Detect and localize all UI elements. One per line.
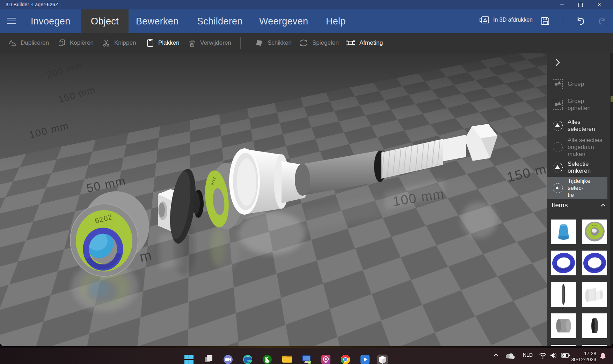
item-thumbnail-washer-edge[interactable] [551,282,576,307]
tab-bewerken[interactable]: Bewerken [136,9,178,33]
wifi-tray-button[interactable] [539,352,547,359]
save-button[interactable] [541,16,550,25]
volume-icon [550,352,557,359]
teams-icon [223,355,233,364]
tray-time-text: 17:28 [571,351,596,357]
save-icon [541,16,550,25]
redo-button[interactable] [597,16,607,26]
computer-monitor-icon [301,355,312,364]
model-scene: 626Z [0,53,613,346]
item-thumbnail-gray-cylinder[interactable] [551,313,576,338]
toolbar-divider [240,37,241,49]
groep-button[interactable]: Groep [547,76,607,92]
items-section-header[interactable]: Items [552,201,606,209]
task-view-button[interactable] [204,355,214,364]
3d-builder-window: 3D Builder -Lager-626Z ✕ Invoegen Object… [0,0,613,364]
xbox-app-button[interactable] [262,355,273,364]
chrome-browser-button[interactable] [341,355,351,364]
tab-weergeven[interactable]: Weergeven [259,9,308,33]
item-thumbnail-bearing-top[interactable]: 626Z [582,220,607,244]
tray-date-text: 30-12-2023 [571,357,596,363]
group-icon [553,79,563,89]
battery-tray-button[interactable] [560,352,570,358]
menubar: Invoegen Object Bewerken Schilderen Weer… [0,9,613,33]
close-button[interactable]: ✕ [591,0,607,9]
collapse-panel-button[interactable] [554,58,561,67]
movies-tv-app-button[interactable] [360,355,371,364]
titlebar: 3D Builder -Lager-626Z ✕ [0,0,613,9]
tab-object[interactable]: Object [81,9,129,33]
start-button[interactable] [184,355,195,364]
selectie-omkeren-button[interactable]: Selectie omkeren [547,160,607,175]
tray-expand-button[interactable] [493,354,499,357]
chevron-right-icon [556,59,559,66]
alles-selecteren-button[interactable]: Alles selecteren [547,118,607,133]
ungroup-icon: × [553,100,563,110]
onedrive-cloud-icon [506,353,515,359]
tijdelijke-selectie-button[interactable]: Tijdelijke selec-tie [547,177,607,199]
knippen-button[interactable]: Knippen [102,33,136,53]
minimize-button[interactable] [554,0,570,9]
paint-3d-icon [321,355,331,364]
onedrive-tray-button[interactable] [506,353,515,359]
close-icon: ✕ [598,2,601,7]
notification-bell-icon [599,352,606,359]
taskbar: NLD 17:28 30-12-2023 [0,348,613,364]
paint-3d-app-button[interactable] [321,355,331,364]
item-thumbnail-blue-torus[interactable] [582,251,607,275]
redo-icon [597,16,607,26]
3d-builder-icon [377,355,388,364]
item-thumbnail-white-cap[interactable] [582,282,607,307]
battery-charging-icon [560,352,570,358]
chrome-icon [341,355,350,364]
kopieren-button[interactable]: Kopiëren [58,33,94,53]
menu-divider [563,16,563,27]
item-thumbnail-blue-torus[interactable] [551,251,576,275]
3d-viewport-canvas[interactable]: 200 mm 150 mm 100 mm 50 mm m 100 mm 150 … [0,53,613,346]
minimize-icon [560,5,564,5]
alle-selecties-ongedaan-maken-button[interactable]: Alle selectiesongedaan maken [547,138,607,156]
duplicate-icon [9,39,16,47]
wifi-icon [539,352,547,359]
bolt[interactable] [295,124,497,196]
movies-tv-icon [360,355,370,364]
item-thumbnail-blue-cone[interactable] [551,220,576,244]
spiegelen-button[interactable]: Spiegelen [299,33,339,53]
notification-bell-button[interactable] [599,352,606,359]
print-3d-button[interactable]: In 3D afdrukken [479,16,533,24]
volume-tray-button[interactable] [550,352,557,359]
temporary-selection-icon [553,183,563,193]
panel-scrollbar[interactable] [610,53,613,346]
tray-expand-icon [493,354,499,357]
tab-invoegen[interactable]: Invoegen [31,9,71,33]
file-explorer-button[interactable] [282,355,292,364]
dupliceren-button[interactable]: Dupliceren [9,33,49,53]
schikken-button[interactable]: Schikken [255,33,292,53]
clock[interactable]: 17:28 30-12-2023 [571,351,596,363]
afmeting-button[interactable]: Afmeting [345,33,383,53]
this-pc-button[interactable] [301,355,312,364]
3d-builder-taskbar-button-active[interactable] [377,355,388,364]
chevron-up-icon [600,203,606,207]
object-panel: Groep × Groep opheffen Alles selecteren … [547,53,610,346]
scrollbar-thumb[interactable] [611,96,613,102]
deselect-all-icon [553,142,563,152]
tab-schilderen[interactable]: Schilderen [197,9,243,33]
plakken-button[interactable]: Plakken [146,33,179,53]
language-indicator[interactable]: NLD [523,352,533,358]
groep-opheffen-button[interactable]: × Groep opheffen [547,97,607,112]
undo-button[interactable] [575,15,586,26]
edge-browser-button[interactable] [243,355,253,364]
mirror-icon [299,39,308,47]
undo-icon [575,15,586,26]
hamburger-menu-button[interactable] [7,18,16,25]
paste-icon [146,39,154,47]
black-washer[interactable] [166,167,204,245]
tab-help[interactable]: Help [326,9,346,33]
bearing-626z[interactable]: 626Z [70,191,149,276]
item-thumbnail-dark-spacer[interactable] [582,313,607,338]
maximize-button[interactable] [572,0,589,9]
delete-icon [188,39,196,47]
teams-app-button[interactable] [223,355,234,364]
verwijderen-button[interactable]: Verwijderen [188,33,231,53]
